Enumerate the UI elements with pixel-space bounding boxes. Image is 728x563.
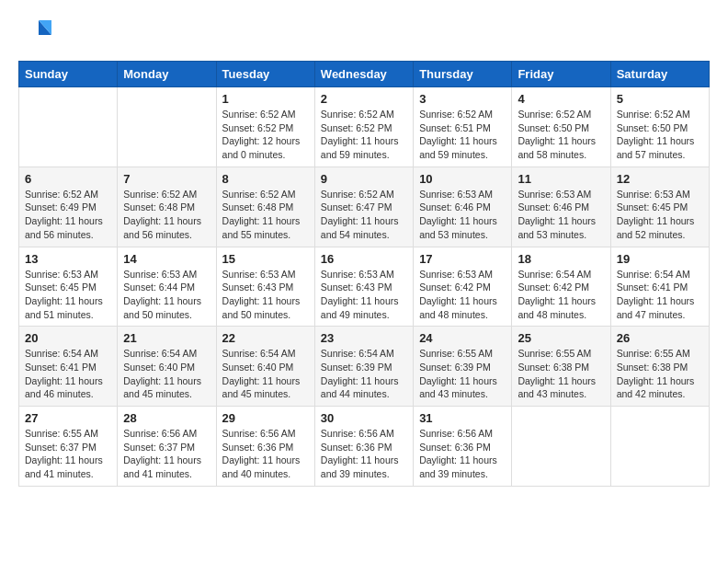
table-row: 1Sunrise: 6:52 AM Sunset: 6:52 PM Daylig…: [216, 87, 314, 167]
calendar-table: Sunday Monday Tuesday Wednesday Thursday…: [18, 61, 710, 487]
table-row: 2Sunrise: 6:52 AM Sunset: 6:52 PM Daylig…: [314, 87, 413, 167]
day-number: 1: [222, 92, 309, 106]
cell-info: Sunrise: 6:54 AM Sunset: 6:41 PM Dayligh…: [25, 347, 111, 401]
cell-info: Sunrise: 6:52 AM Sunset: 6:48 PM Dayligh…: [222, 188, 309, 242]
table-row: 18Sunrise: 6:54 AM Sunset: 6:42 PM Dayli…: [512, 247, 610, 327]
table-row: 21Sunrise: 6:54 AM Sunset: 6:40 PM Dayli…: [118, 327, 216, 407]
cell-info: Sunrise: 6:53 AM Sunset: 6:46 PM Dayligh…: [518, 188, 604, 242]
cell-info: Sunrise: 6:54 AM Sunset: 6:40 PM Dayligh…: [222, 347, 309, 401]
table-row: 17Sunrise: 6:53 AM Sunset: 6:42 PM Dayli…: [414, 247, 512, 327]
calendar-header-row: Sunday Monday Tuesday Wednesday Thursday…: [19, 62, 710, 87]
col-monday: Monday: [118, 62, 216, 87]
table-row: [512, 407, 610, 487]
day-number: 24: [419, 331, 506, 345]
cell-info: Sunrise: 6:56 AM Sunset: 6:37 PM Dayligh…: [123, 427, 210, 481]
calendar-week-row: 20Sunrise: 6:54 AM Sunset: 6:41 PM Dayli…: [19, 327, 710, 407]
day-number: 16: [321, 252, 407, 266]
day-number: 12: [617, 172, 703, 186]
day-number: 15: [222, 252, 309, 266]
day-number: 26: [617, 331, 703, 345]
cell-info: Sunrise: 6:55 AM Sunset: 6:37 PM Dayligh…: [25, 427, 111, 481]
table-row: 16Sunrise: 6:53 AM Sunset: 6:43 PM Dayli…: [314, 247, 413, 327]
table-row: 4Sunrise: 6:52 AM Sunset: 6:50 PM Daylig…: [512, 87, 610, 167]
cell-info: Sunrise: 6:55 AM Sunset: 6:39 PM Dayligh…: [419, 347, 506, 401]
table-row: 31Sunrise: 6:56 AM Sunset: 6:36 PM Dayli…: [414, 407, 512, 487]
cell-info: Sunrise: 6:54 AM Sunset: 6:41 PM Dayligh…: [617, 268, 703, 322]
calendar-week-row: 1Sunrise: 6:52 AM Sunset: 6:52 PM Daylig…: [19, 87, 710, 167]
table-row: 19Sunrise: 6:54 AM Sunset: 6:41 PM Dayli…: [610, 247, 709, 327]
day-number: 17: [419, 252, 506, 266]
cell-info: Sunrise: 6:54 AM Sunset: 6:39 PM Dayligh…: [321, 347, 407, 401]
cell-info: Sunrise: 6:52 AM Sunset: 6:52 PM Dayligh…: [321, 108, 407, 162]
day-number: 21: [123, 331, 210, 345]
table-row: 28Sunrise: 6:56 AM Sunset: 6:37 PM Dayli…: [118, 407, 216, 487]
table-row: 25Sunrise: 6:55 AM Sunset: 6:38 PM Dayli…: [512, 327, 610, 407]
day-number: 23: [321, 331, 407, 345]
table-row: 30Sunrise: 6:56 AM Sunset: 6:36 PM Dayli…: [314, 407, 413, 487]
day-number: 18: [518, 252, 604, 266]
cell-info: Sunrise: 6:56 AM Sunset: 6:36 PM Dayligh…: [321, 427, 407, 481]
table-row: 23Sunrise: 6:54 AM Sunset: 6:39 PM Dayli…: [314, 327, 413, 407]
day-number: 31: [419, 411, 506, 425]
cell-info: Sunrise: 6:53 AM Sunset: 6:44 PM Dayligh…: [123, 268, 210, 322]
col-saturday: Saturday: [610, 62, 709, 87]
table-row: 10Sunrise: 6:53 AM Sunset: 6:46 PM Dayli…: [414, 167, 512, 247]
cell-info: Sunrise: 6:53 AM Sunset: 6:45 PM Dayligh…: [617, 188, 703, 242]
table-row: 7Sunrise: 6:52 AM Sunset: 6:48 PM Daylig…: [118, 167, 216, 247]
day-number: 11: [518, 172, 604, 186]
day-number: 19: [617, 252, 703, 266]
day-number: 14: [123, 252, 210, 266]
page: Sunday Monday Tuesday Wednesday Thursday…: [0, 0, 728, 563]
day-number: 4: [518, 92, 604, 106]
logo: [18, 17, 57, 52]
table-row: [118, 87, 216, 167]
day-number: 8: [222, 172, 309, 186]
table-row: 8Sunrise: 6:52 AM Sunset: 6:48 PM Daylig…: [216, 167, 314, 247]
table-row: [19, 87, 118, 167]
calendar-week-row: 6Sunrise: 6:52 AM Sunset: 6:49 PM Daylig…: [19, 167, 710, 247]
day-number: 3: [419, 92, 506, 106]
day-number: 30: [321, 411, 407, 425]
cell-info: Sunrise: 6:56 AM Sunset: 6:36 PM Dayligh…: [419, 427, 506, 481]
table-row: 29Sunrise: 6:56 AM Sunset: 6:36 PM Dayli…: [216, 407, 314, 487]
day-number: 29: [222, 411, 309, 425]
col-wednesday: Wednesday: [314, 62, 413, 87]
day-number: 6: [25, 172, 111, 186]
cell-info: Sunrise: 6:53 AM Sunset: 6:43 PM Dayligh…: [321, 268, 407, 322]
day-number: 25: [518, 331, 604, 345]
day-number: 20: [25, 331, 111, 345]
day-number: 22: [222, 331, 309, 345]
day-number: 2: [321, 92, 407, 106]
day-number: 10: [419, 172, 506, 186]
cell-info: Sunrise: 6:55 AM Sunset: 6:38 PM Dayligh…: [518, 347, 604, 401]
day-number: 5: [617, 92, 703, 106]
table-row: 14Sunrise: 6:53 AM Sunset: 6:44 PM Dayli…: [118, 247, 216, 327]
col-thursday: Thursday: [414, 62, 512, 87]
table-row: 15Sunrise: 6:53 AM Sunset: 6:43 PM Dayli…: [216, 247, 314, 327]
cell-info: Sunrise: 6:52 AM Sunset: 6:47 PM Dayligh…: [321, 188, 407, 242]
table-row: 5Sunrise: 6:52 AM Sunset: 6:50 PM Daylig…: [610, 87, 709, 167]
cell-info: Sunrise: 6:53 AM Sunset: 6:43 PM Dayligh…: [222, 268, 309, 322]
table-row: 13Sunrise: 6:53 AM Sunset: 6:45 PM Dayli…: [19, 247, 118, 327]
table-row: 9Sunrise: 6:52 AM Sunset: 6:47 PM Daylig…: [314, 167, 413, 247]
calendar-week-row: 27Sunrise: 6:55 AM Sunset: 6:37 PM Dayli…: [19, 407, 710, 487]
day-number: 9: [321, 172, 407, 186]
day-number: 27: [25, 411, 111, 425]
table-row: 11Sunrise: 6:53 AM Sunset: 6:46 PM Dayli…: [512, 167, 610, 247]
col-sunday: Sunday: [19, 62, 118, 87]
cell-info: Sunrise: 6:56 AM Sunset: 6:36 PM Dayligh…: [222, 427, 309, 481]
col-tuesday: Tuesday: [216, 62, 314, 87]
table-row: [610, 407, 709, 487]
table-row: 27Sunrise: 6:55 AM Sunset: 6:37 PM Dayli…: [19, 407, 118, 487]
table-row: 12Sunrise: 6:53 AM Sunset: 6:45 PM Dayli…: [610, 167, 709, 247]
cell-info: Sunrise: 6:53 AM Sunset: 6:42 PM Dayligh…: [419, 268, 506, 322]
cell-info: Sunrise: 6:52 AM Sunset: 6:52 PM Dayligh…: [222, 108, 309, 162]
header: [18, 17, 710, 52]
calendar-week-row: 13Sunrise: 6:53 AM Sunset: 6:45 PM Dayli…: [19, 247, 710, 327]
logo-icon: [18, 17, 53, 52]
cell-info: Sunrise: 6:53 AM Sunset: 6:45 PM Dayligh…: [25, 268, 111, 322]
day-number: 13: [25, 252, 111, 266]
table-row: 26Sunrise: 6:55 AM Sunset: 6:38 PM Dayli…: [610, 327, 709, 407]
cell-info: Sunrise: 6:52 AM Sunset: 6:50 PM Dayligh…: [518, 108, 604, 162]
cell-info: Sunrise: 6:52 AM Sunset: 6:48 PM Dayligh…: [123, 188, 210, 242]
